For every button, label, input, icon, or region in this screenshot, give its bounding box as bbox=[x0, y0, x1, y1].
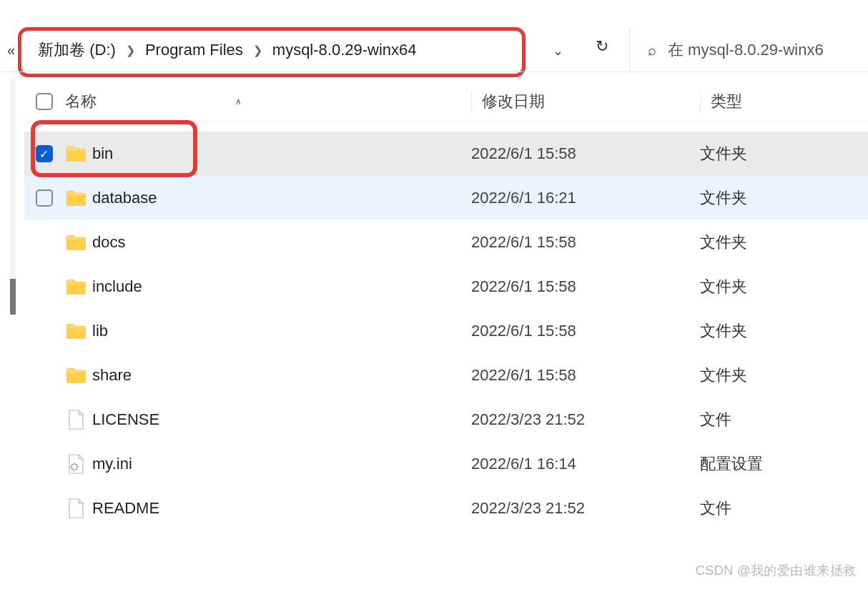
file-name: docs bbox=[88, 233, 471, 252]
folder-icon bbox=[64, 367, 88, 383]
file-type: 文件夹 bbox=[700, 232, 868, 253]
column-header-name[interactable]: 名称 ∧ bbox=[64, 91, 471, 112]
file-type: 文件夹 bbox=[700, 143, 868, 164]
table-row[interactable]: my.ini 2022/6/1 16:14 配置设置 bbox=[24, 442, 868, 486]
table-row[interactable]: share 2022/6/1 15:58 文件夹 bbox=[24, 353, 868, 398]
watermark-text: CSDN @我的爱由谁来拯救 bbox=[696, 562, 857, 579]
table-row[interactable]: lib 2022/6/1 15:58 文件夹 bbox=[24, 309, 868, 353]
file-icon bbox=[64, 410, 88, 430]
column-header-type[interactable]: 类型 bbox=[700, 91, 868, 112]
file-type: 文件夹 bbox=[700, 187, 868, 209]
file-type: 文件 bbox=[700, 498, 868, 519]
search-placeholder: 在 mysql-8.0.29-winx6 bbox=[668, 39, 824, 61]
column-header-date[interactable]: 修改日期 bbox=[471, 91, 700, 112]
file-type: 文件 bbox=[700, 409, 868, 430]
file-date: 2022/6/1 15:58 bbox=[471, 366, 700, 385]
table-row[interactable]: include 2022/6/1 15:58 文件夹 bbox=[24, 265, 868, 309]
row-checkbox[interactable]: ✓ bbox=[24, 145, 64, 162]
table-row[interactable]: database 2022/6/1 16:21 文件夹 bbox=[24, 176, 868, 220]
divider bbox=[24, 122, 868, 122]
chevron-right-icon: ❯ bbox=[249, 44, 267, 57]
file-type: 文件夹 bbox=[700, 320, 868, 342]
file-list: ✓ bin 2022/6/1 15:58 文件夹 database 2022/6… bbox=[24, 132, 868, 531]
folder-icon bbox=[64, 279, 88, 295]
file-name: include bbox=[88, 277, 471, 296]
chevron-right-icon: ❯ bbox=[122, 44, 139, 57]
file-date: 2022/6/1 15:58 bbox=[471, 322, 700, 340]
file-icon bbox=[64, 498, 88, 518]
file-date: 2022/6/1 15:58 bbox=[471, 233, 700, 252]
breadcrumb-segment[interactable]: mysql-8.0.29-winx64 bbox=[270, 39, 420, 61]
config-file-icon bbox=[64, 454, 88, 474]
file-name: my.ini bbox=[88, 455, 471, 473]
file-type: 配置设置 bbox=[700, 453, 868, 475]
folder-icon bbox=[64, 190, 88, 206]
folder-icon bbox=[64, 235, 88, 250]
file-name: README bbox=[88, 499, 471, 518]
file-date: 2022/3/23 21:52 bbox=[471, 410, 700, 429]
sort-asc-icon: ∧ bbox=[235, 97, 242, 107]
table-row[interactable]: ✓ bin 2022/6/1 15:58 文件夹 bbox=[24, 132, 868, 176]
table-row[interactable]: README 2022/3/23 21:52 文件 bbox=[24, 486, 868, 531]
file-name: share bbox=[88, 366, 471, 385]
breadcrumb-segment[interactable]: 新加卷 (D:) bbox=[35, 38, 119, 62]
file-date: 2022/6/1 15:58 bbox=[471, 144, 700, 163]
file-date: 2022/6/1 15:58 bbox=[471, 277, 700, 296]
file-name: database bbox=[88, 189, 471, 207]
file-type: 文件夹 bbox=[700, 276, 868, 297]
file-date: 2022/6/1 16:21 bbox=[471, 189, 700, 207]
file-date: 2022/6/1 16:14 bbox=[471, 455, 700, 473]
row-checkbox[interactable] bbox=[24, 189, 64, 207]
search-icon: ⌕ bbox=[648, 42, 656, 59]
file-name: lib bbox=[88, 322, 471, 340]
select-all-checkbox[interactable] bbox=[24, 93, 64, 110]
table-row[interactable]: docs 2022/6/1 15:58 文件夹 bbox=[24, 220, 868, 265]
folder-icon bbox=[64, 323, 88, 339]
file-type: 文件夹 bbox=[700, 365, 868, 386]
breadcrumb: 新加卷 (D:) ❯ Program Files ❯ mysql-8.0.29-… bbox=[29, 38, 419, 62]
navigation-scrollbar[interactable] bbox=[0, 79, 21, 571]
table-row[interactable]: LICENSE 2022/3/23 21:52 文件 bbox=[24, 398, 868, 442]
search-input[interactable]: ⌕ 在 mysql-8.0.29-winx6 bbox=[629, 29, 868, 71]
folder-icon bbox=[64, 146, 88, 162]
divider bbox=[0, 71, 868, 72]
column-headers: 名称 ∧ 修改日期 类型 bbox=[24, 81, 868, 122]
breadcrumb-segment[interactable]: Program Files bbox=[142, 39, 246, 61]
file-name: LICENSE bbox=[88, 410, 471, 429]
refresh-icon[interactable]: ↻ bbox=[596, 37, 608, 56]
file-name: bin bbox=[88, 144, 471, 163]
history-back-icon[interactable]: « bbox=[0, 42, 22, 59]
file-date: 2022/3/23 21:52 bbox=[471, 499, 700, 518]
chevron-down-icon[interactable]: ⌄ bbox=[553, 43, 563, 59]
